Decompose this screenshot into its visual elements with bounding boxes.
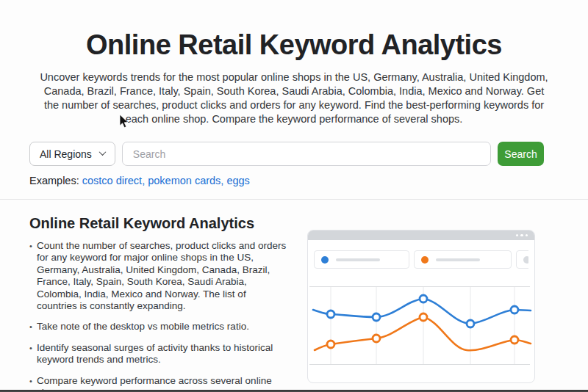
feature-list-item: Identify seasonal surges of activity tha… bbox=[29, 342, 288, 366]
search-examples: Examples: costco direct, pokemon cards, … bbox=[29, 175, 559, 186]
feature-text-column: Online Retail Keyword Analytics Count th… bbox=[29, 215, 288, 392]
example-separator: , bbox=[142, 175, 148, 186]
region-select[interactable]: All Regions bbox=[29, 142, 115, 166]
page-description: Uncover keywords trends for the most pop… bbox=[37, 70, 551, 126]
legend-placeholder-bar bbox=[336, 258, 380, 261]
feature-list: Count the number of searches, product cl… bbox=[29, 240, 288, 392]
trend-chart-illustration bbox=[309, 286, 532, 370]
chart-legend-row bbox=[314, 250, 528, 269]
blue-series-dot-icon bbox=[321, 256, 329, 264]
browser-window-illustration bbox=[307, 230, 535, 383]
feature-heading: Online Retail Keyword Analytics bbox=[29, 215, 288, 232]
example-link-eggs[interactable]: eggs bbox=[226, 175, 249, 186]
chevron-down-icon bbox=[98, 148, 106, 156]
feature-list-item: Take note of the desktop vs mobile metri… bbox=[29, 321, 288, 333]
trend-chart-svg bbox=[309, 286, 532, 367]
legend-card-series-3 bbox=[516, 250, 528, 269]
orange-series-line bbox=[315, 317, 531, 350]
illustration-column bbox=[307, 215, 535, 392]
example-link-pokemon-cards[interactable]: pokemon cards bbox=[148, 175, 220, 186]
page-title: Online Retail Keyword Analytics bbox=[0, 29, 588, 61]
orange-series-dot-icon bbox=[421, 256, 429, 264]
search-input[interactable] bbox=[122, 142, 491, 166]
legend-card-series-1 bbox=[314, 250, 409, 269]
feature-list-item: Count the number of searches, product cl… bbox=[29, 240, 288, 312]
examples-label: Examples: bbox=[29, 175, 79, 186]
legend-placeholder-bar bbox=[436, 258, 480, 261]
gray-series-dot-icon bbox=[523, 256, 528, 264]
feature-section: Online Retail Keyword Analytics Count th… bbox=[0, 200, 588, 392]
window-titlebar bbox=[308, 231, 534, 240]
search-bar: All Regions Search bbox=[29, 142, 544, 166]
search-button[interactable]: Search bbox=[498, 142, 544, 166]
example-link-costco-direct[interactable]: costco direct bbox=[82, 175, 142, 186]
blue-series-markers bbox=[327, 295, 518, 327]
ellipsis-dots-icon bbox=[516, 234, 528, 237]
region-select-value: All Regions bbox=[40, 148, 92, 160]
legend-card-series-2 bbox=[414, 250, 512, 269]
